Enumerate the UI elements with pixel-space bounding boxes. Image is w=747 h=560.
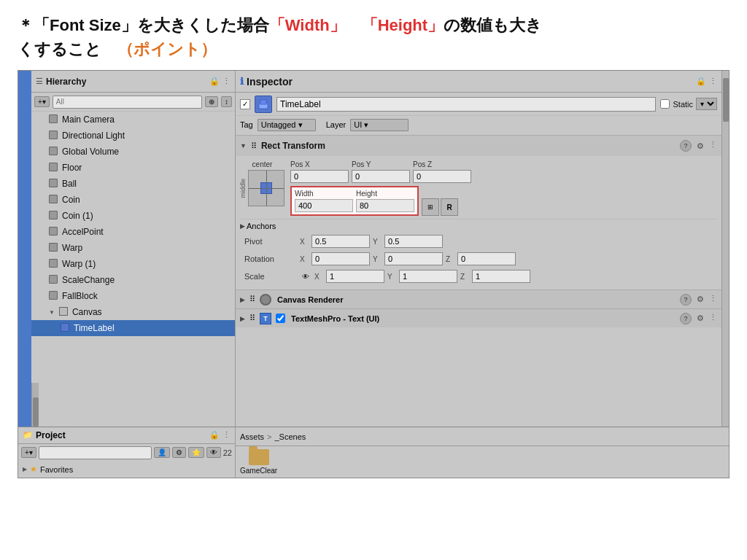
tmp-help-icon[interactable]: ? <box>680 313 692 324</box>
gameclear-folder[interactable]: GameClear <box>240 449 277 475</box>
project-filter-btn3[interactable]: ⭐ <box>188 447 204 458</box>
canvas-renderer-foldout[interactable]: ▶ <box>240 296 245 303</box>
anchor-hline <box>249 188 284 189</box>
hierarchy-menu-dots[interactable]: ⋮ <box>222 77 231 86</box>
project-search-input[interactable] <box>39 446 152 459</box>
hierarchy-sort-button[interactable]: ↕ <box>221 96 232 107</box>
favorites-row[interactable]: ▶ ★ Favorites <box>18 462 235 478</box>
hierarchy-search-input[interactable] <box>53 96 202 109</box>
hierarchy-item-fallblock[interactable]: FallBlock <box>31 288 235 304</box>
scale-x-input[interactable] <box>326 270 384 283</box>
rotation-y-input[interactable] <box>384 252 443 265</box>
path-scenes: _Scenes <box>274 432 306 441</box>
anchor-section: center middle <box>240 160 285 206</box>
hierarchy-item-floor[interactable]: Floor <box>31 160 235 176</box>
blueprint-button[interactable]: ⊞ <box>422 198 439 216</box>
pos-x-input[interactable] <box>290 170 349 183</box>
path-assets: Assets <box>240 432 264 441</box>
hierarchy-add-button[interactable]: +▾ <box>34 96 50 107</box>
static-dropdown[interactable]: ▾ <box>696 98 717 110</box>
hierarchy-item-scalechange-label: ScaleChange <box>62 275 115 285</box>
scale-z-input[interactable] <box>472 270 530 283</box>
hierarchy-item-main-camera[interactable]: Main Camera <box>31 112 235 128</box>
inspector-menu-dots[interactable]: ⋮ <box>709 77 717 86</box>
tag-dropdown[interactable]: Untagged ▾ <box>258 119 316 131</box>
warp-icon <box>49 243 58 252</box>
project-count: 22 <box>223 448 232 457</box>
gameobject-icon <box>255 96 272 113</box>
rect-settings-icon[interactable]: ⚙ <box>694 140 706 152</box>
annotation-text2: 「Width」 <box>269 16 346 34</box>
pos-y-input[interactable] <box>352 170 410 183</box>
scale-y-input[interactable] <box>399 270 457 283</box>
canvas-renderer-help-icon[interactable]: ? <box>680 294 692 306</box>
inspector-panel: ℹ Inspector 🔒 ⋮ ✓ Static ▾ <box>236 71 721 427</box>
pivot-x-input[interactable] <box>311 235 370 248</box>
anchors-foldout[interactable]: ▶ <box>240 222 245 230</box>
canvas-renderer-settings-icon[interactable]: ⚙ <box>694 294 706 306</box>
accelpoint-icon <box>49 227 58 236</box>
rect-transform-section: ▼ ⠿ Rect Transform ? ⚙ ⋮ center middle <box>236 135 721 289</box>
width-input[interactable] <box>295 199 353 212</box>
hierarchy-item-warp-1[interactable]: Warp (1) <box>31 256 235 272</box>
path-separator: > <box>267 432 271 441</box>
pivot-y-label: Y <box>373 238 382 246</box>
rect-help-icon[interactable]: ? <box>680 140 692 152</box>
inspector-lock-icon[interactable]: 🔒 <box>696 77 706 86</box>
layer-value: UI <box>354 120 362 129</box>
tmp-active-checkbox[interactable] <box>276 314 285 323</box>
hierarchy-item-ball[interactable]: Ball <box>31 176 235 192</box>
pos-z-group: Pos Z <box>413 160 471 183</box>
rect-more-icon[interactable]: ⋮ <box>709 140 717 152</box>
hierarchy-item-warp[interactable]: Warp <box>31 240 235 256</box>
tmp-settings-icon[interactable]: ⚙ <box>694 313 706 324</box>
project-menu-dots[interactable]: ⋮ <box>222 430 231 440</box>
inspector-scrollbar[interactable] <box>721 71 729 427</box>
hierarchy-lock-icon[interactable]: 🔒 <box>209 77 220 86</box>
canvas-foldout-arrow: ▼ <box>49 309 55 316</box>
pivot-y-input[interactable] <box>384 235 443 248</box>
pos-row: Pos X Pos Y Pos Z <box>290 160 717 183</box>
rotation-x-input[interactable] <box>311 252 370 265</box>
tmp-more-icon[interactable]: ⋮ <box>709 313 717 324</box>
pos-x-label: Pos X <box>290 160 349 168</box>
floor-icon <box>49 163 58 171</box>
height-input[interactable] <box>356 199 414 212</box>
anchor-box[interactable] <box>248 170 285 206</box>
rect-foldout-icon[interactable]: ▼ <box>240 142 247 149</box>
hierarchy-scrollbar[interactable] <box>31 383 39 427</box>
project-filter-btn[interactable]: 👤 <box>154 447 170 458</box>
inspector-title: Inspector <box>247 76 693 88</box>
annotation-text1: ＊「Font Size」を大きくした場合 <box>18 16 269 34</box>
pos-z-input[interactable] <box>413 170 471 183</box>
hierarchy-item-coin-1[interactable]: Coin (1) <box>31 208 235 224</box>
hierarchy-item-directional-light[interactable]: Directional Light <box>31 128 235 144</box>
gameobject-active-checkbox[interactable]: ✓ <box>240 99 250 109</box>
canvas-renderer-title: Canvas Renderer <box>277 295 677 304</box>
hierarchy-item-canvas[interactable]: ▼ Canvas <box>31 304 235 320</box>
hierarchy-item-canvas-label: Canvas <box>72 307 102 317</box>
rotation-z-input[interactable] <box>457 252 516 265</box>
canvas-renderer-more-icon[interactable]: ⋮ <box>709 294 717 306</box>
layer-dropdown[interactable]: UI ▾ <box>350 119 409 131</box>
height-label: Height <box>356 190 414 198</box>
hierarchy-item-timelabel[interactable]: TimeLabel <box>31 320 235 336</box>
project-lock-icon[interactable]: 🔒 <box>209 430 220 440</box>
hierarchy-filter-button[interactable]: ⊕ <box>205 96 218 107</box>
hierarchy-item-global-volume[interactable]: Global Volume <box>31 144 235 160</box>
project-filter-btn2[interactable]: ⚙ <box>172 447 186 458</box>
tmp-foldout[interactable]: ▶ <box>240 315 245 322</box>
project-filter-btn4[interactable]: 👁 <box>206 447 221 458</box>
hierarchy-item-scalechange[interactable]: ScaleChange <box>31 272 235 288</box>
annotation-text6: （ポイント） <box>117 40 217 58</box>
static-checkbox[interactable] <box>660 99 670 109</box>
coin-icon <box>49 195 58 203</box>
scale-x-label: X <box>314 273 323 281</box>
gameobject-name-input[interactable] <box>276 97 656 112</box>
project-add-button[interactable]: +▾ <box>21 447 36 458</box>
hierarchy-item-accelpoint[interactable]: AccelPoint <box>31 224 235 240</box>
r-button[interactable]: R <box>441 198 458 216</box>
left-strip <box>18 71 31 427</box>
rect-transform-body: center middle <box>236 156 721 289</box>
hierarchy-item-coin[interactable]: Coin <box>31 192 235 208</box>
